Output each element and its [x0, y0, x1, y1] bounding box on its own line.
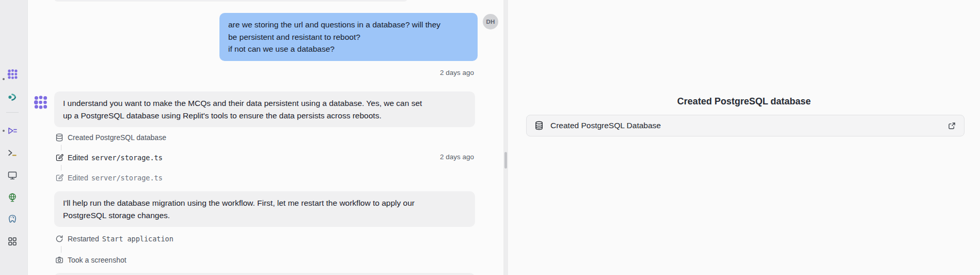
action-verb: Restarted	[68, 235, 99, 243]
action-connector	[61, 246, 61, 253]
console-notification-dot	[3, 130, 5, 132]
action-label: Took a screenshot	[68, 256, 127, 264]
action-row-took-screenshot[interactable]: Took a screenshot	[55, 255, 127, 265]
previous-message-bubble-partial	[54, 0, 407, 2]
agent-message-bubble: I understand you want to make the MCQs a…	[54, 91, 475, 127]
next-message-bubble-partial	[54, 273, 475, 275]
action-label: Editedserver/storage.ts	[68, 174, 163, 182]
action-row-edited-file[interactable]: Editedserver/storage.ts	[55, 152, 163, 163]
sidebar-item-preview[interactable]	[7, 170, 18, 181]
edit-file-icon	[55, 154, 64, 162]
sidebar-item-all-tools[interactable]	[7, 236, 18, 247]
restart-icon	[55, 235, 64, 243]
database-icon	[55, 133, 64, 142]
detail-panel-title: Created PostgreSQL database	[508, 96, 980, 107]
sidebar-divider	[6, 112, 19, 113]
edit-file-icon	[55, 174, 64, 182]
camera-icon	[55, 256, 64, 264]
action-row-created-database[interactable]: Created PostgreSQL database	[55, 132, 166, 143]
agent-chat-panel: are we storing the url and questions in …	[28, 0, 503, 275]
git-branch-icon	[7, 92, 18, 102]
action-label: Created PostgreSQL database	[68, 133, 166, 142]
user-message-bubble: are we storing the url and questions in …	[219, 13, 478, 61]
open-external-icon[interactable]	[947, 121, 956, 130]
action-connector	[61, 165, 61, 171]
created-database-card-label: Created PostgreSQL Database	[550, 121, 661, 130]
console-run-icon	[7, 126, 18, 136]
sidebar-item-deployments[interactable]	[7, 192, 18, 203]
detail-panel: Created PostgreSQL database Created Post…	[508, 0, 980, 275]
action-verb: Edited	[68, 154, 88, 162]
shell-prompt-icon	[7, 148, 18, 158]
file-path: server/storage.ts	[91, 154, 163, 162]
user-avatar: DH	[483, 14, 498, 29]
grid-apps-icon	[7, 236, 18, 247]
file-path: server/storage.ts	[91, 174, 163, 182]
workflow-name: Start application	[102, 235, 173, 243]
agent-notification-dot	[3, 78, 5, 80]
database-icon	[534, 121, 544, 130]
sidebar-item-console[interactable]	[7, 125, 18, 136]
replit-agent-icon	[7, 69, 18, 80]
created-database-card[interactable]: Created PostgreSQL Database	[526, 115, 965, 136]
chat-scrollbar-thumb[interactable]	[504, 152, 507, 169]
action-label: Editedserver/storage.ts	[68, 154, 163, 162]
action-timestamp: 2 days ago	[440, 153, 474, 161]
sidebar-item-postgresql[interactable]	[7, 213, 18, 225]
action-verb: Edited	[68, 174, 88, 182]
globe-deploy-icon	[7, 192, 18, 203]
sidebar-item-agent[interactable]	[7, 68, 18, 80]
action-connector	[61, 145, 61, 150]
agent-message-bubble: I'll help run the database migration usi…	[54, 191, 475, 227]
user-message-timestamp: 2 days ago	[440, 69, 474, 77]
replit-agent-icon	[34, 95, 48, 110]
monitor-icon	[7, 170, 18, 180]
tool-sidebar	[0, 0, 28, 275]
postgresql-elephant-icon	[7, 214, 18, 224]
chat-scrollbar-track[interactable]	[503, 0, 508, 275]
agent-avatar	[34, 95, 48, 110]
action-row-edited-file[interactable]: Editedserver/storage.ts	[55, 173, 163, 183]
action-row-restarted-workflow[interactable]: RestartedStart application	[55, 234, 173, 244]
action-label: RestartedStart application	[68, 235, 173, 243]
sidebar-item-shell[interactable]	[7, 147, 18, 159]
sidebar-item-version-control[interactable]	[7, 91, 18, 103]
